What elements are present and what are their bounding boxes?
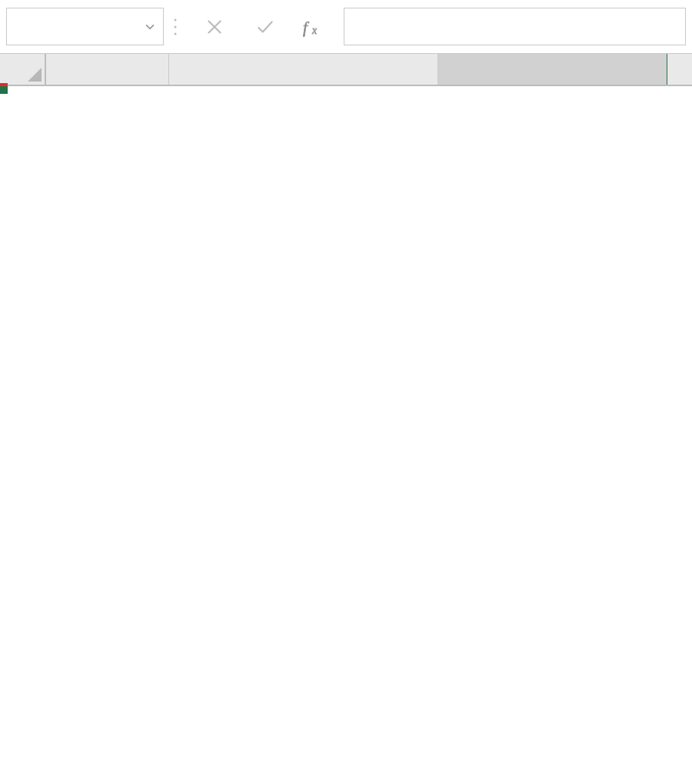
svg-text:x: x [311, 25, 317, 36]
formula-bar: f x [0, 0, 692, 54]
column-header-A[interactable] [46, 54, 169, 85]
column-header-B[interactable] [169, 54, 438, 85]
svg-point-0 [175, 18, 177, 21]
column-header-C[interactable] [438, 54, 667, 85]
fill-handle[interactable] [0, 86, 8, 94]
cancel-button[interactable] [193, 9, 236, 45]
selection-ring [0, 86, 5, 91]
separator-icon [164, 0, 187, 53]
svg-text:f: f [303, 18, 310, 36]
svg-point-2 [175, 32, 177, 35]
insert-function-button[interactable]: f x [294, 9, 338, 45]
svg-point-1 [175, 25, 177, 28]
name-box[interactable] [6, 8, 164, 45]
select-all-button[interactable] [0, 54, 46, 85]
chevron-down-icon[interactable] [143, 8, 157, 45]
formula-input[interactable] [344, 8, 686, 45]
enter-button[interactable] [244, 9, 287, 45]
column-headers [0, 54, 692, 86]
column-header-next[interactable] [667, 54, 692, 85]
formula-buttons: f x [187, 0, 344, 53]
spreadsheet-grid [0, 54, 692, 86]
